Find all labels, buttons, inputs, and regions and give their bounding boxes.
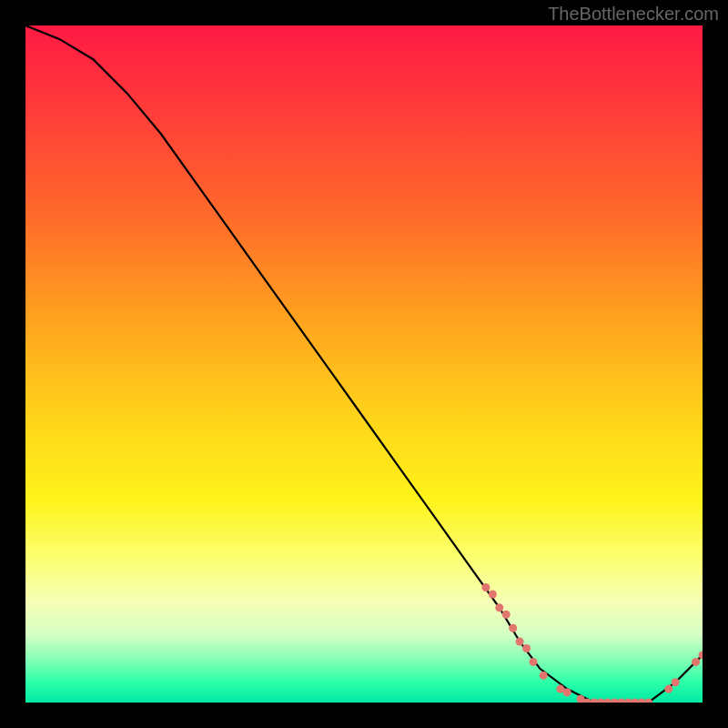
plot-area [25, 25, 703, 703]
data-marker [495, 603, 503, 612]
data-marker [530, 658, 538, 666]
data-marker [516, 638, 524, 646]
data-marker [664, 685, 672, 693]
data-marker [509, 624, 517, 632]
data-marker [692, 658, 700, 666]
data-marker [644, 699, 652, 703]
attribution-text: TheBottlenecker.com [548, 4, 719, 25]
data-marker [563, 688, 571, 696]
data-marker [540, 672, 548, 680]
chart-svg [25, 25, 703, 703]
chart-container: TheBottlenecker.com [0, 0, 728, 728]
data-marker [481, 583, 490, 592]
data-marker [522, 644, 531, 652]
data-markers [481, 583, 703, 703]
data-marker [502, 611, 511, 619]
data-marker [489, 591, 497, 599]
data-marker [672, 678, 680, 686]
bottleneck-curve [25, 25, 703, 703]
